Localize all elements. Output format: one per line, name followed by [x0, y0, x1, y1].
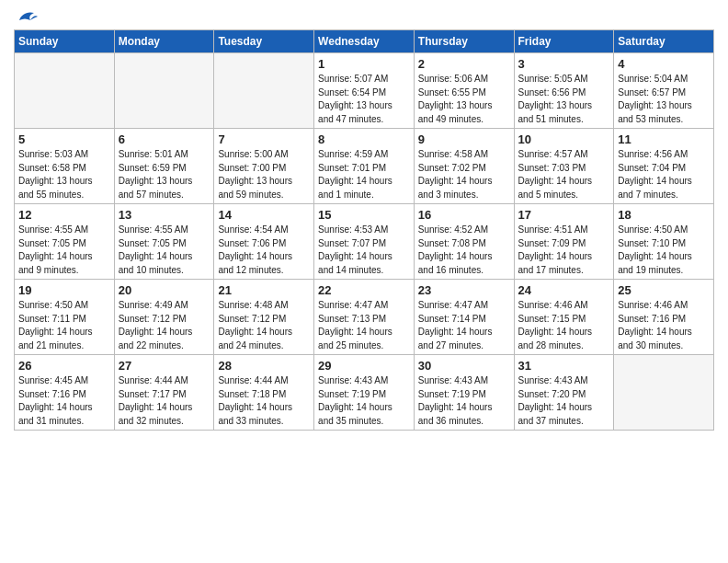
calendar-cell: 25Sunrise: 4:46 AMSunset: 7:16 PMDayligh… — [614, 280, 714, 355]
sunrise-text: Sunrise: 4:51 AM — [518, 224, 588, 235]
weekday-header-tuesday: Tuesday — [214, 30, 314, 53]
weekday-header-friday: Friday — [514, 30, 614, 53]
sunrise-text: Sunrise: 4:43 AM — [318, 375, 388, 385]
day-number: 29 — [318, 359, 410, 373]
sunrise-text: Sunrise: 4:54 AM — [218, 224, 288, 235]
day-number: 17 — [518, 208, 610, 222]
day-number: 13 — [119, 208, 210, 222]
calendar-cell: 18Sunrise: 4:50 AMSunset: 7:10 PMDayligh… — [614, 204, 714, 280]
day-info: Sunrise: 5:07 AMSunset: 6:54 PMDaylight:… — [318, 73, 410, 126]
daylight-text: Daylight: 13 hours — [418, 100, 493, 110]
sunset-text: Sunset: 7:02 PM — [418, 163, 486, 173]
daylight-text: Daylight: 14 hours — [218, 402, 292, 412]
daylight-text: Daylight: 14 hours — [618, 176, 692, 186]
day-info: Sunrise: 4:50 AMSunset: 7:11 PMDaylight:… — [18, 299, 110, 352]
day-info: Sunrise: 4:59 AMSunset: 7:01 PMDaylight:… — [318, 148, 410, 201]
sunset-text: Sunset: 7:04 PM — [618, 163, 686, 173]
calendar-cell: 4Sunrise: 5:04 AMSunset: 6:57 PMDaylight… — [614, 53, 714, 129]
calendar-cell: 16Sunrise: 4:52 AMSunset: 7:08 PMDayligh… — [414, 204, 514, 280]
calendar-cell: 26Sunrise: 4:45 AMSunset: 7:16 PMDayligh… — [15, 355, 115, 431]
day-number: 4 — [618, 57, 710, 71]
sunset-text: Sunset: 7:20 PM — [518, 389, 586, 399]
bird-icon — [17, 9, 38, 26]
daylight-text: and 17 minutes. — [518, 265, 584, 275]
day-info: Sunrise: 4:46 AMSunset: 7:16 PMDaylight:… — [618, 299, 710, 352]
daylight-text: Daylight: 14 hours — [218, 327, 292, 337]
day-info: Sunrise: 4:51 AMSunset: 7:09 PMDaylight:… — [518, 224, 610, 277]
sunset-text: Sunset: 7:12 PM — [218, 314, 286, 324]
daylight-text: Daylight: 14 hours — [618, 327, 692, 337]
sunset-text: Sunset: 7:05 PM — [119, 238, 187, 248]
sunrise-text: Sunrise: 5:05 AM — [518, 74, 588, 84]
sunrise-text: Sunrise: 4:49 AM — [119, 300, 188, 310]
daylight-text: and 14 minutes. — [318, 265, 383, 275]
sunrise-text: Sunrise: 4:50 AM — [618, 224, 688, 235]
day-number: 25 — [618, 283, 710, 297]
calendar-cell: 6Sunrise: 5:01 AMSunset: 6:59 PMDaylight… — [114, 129, 214, 204]
daylight-text: and 1 minute. — [318, 190, 374, 200]
week-row-1: 1Sunrise: 5:07 AMSunset: 6:54 PMDaylight… — [15, 53, 714, 129]
day-info: Sunrise: 4:47 AMSunset: 7:14 PMDaylight:… — [418, 299, 510, 352]
calendar-cell: 22Sunrise: 4:47 AMSunset: 7:13 PMDayligh… — [314, 280, 415, 355]
day-number: 18 — [618, 208, 710, 222]
sunset-text: Sunset: 7:00 PM — [218, 163, 286, 173]
daylight-text: Daylight: 14 hours — [418, 402, 493, 412]
daylight-text: and 30 minutes. — [618, 340, 683, 350]
calendar-cell: 3Sunrise: 5:05 AMSunset: 6:56 PMDaylight… — [514, 53, 614, 129]
calendar-cell: 14Sunrise: 4:54 AMSunset: 7:06 PMDayligh… — [214, 204, 314, 280]
daylight-text: and 9 minutes. — [18, 265, 79, 275]
week-row-5: 26Sunrise: 4:45 AMSunset: 7:16 PMDayligh… — [15, 355, 714, 431]
daylight-text: Daylight: 14 hours — [318, 327, 392, 337]
sunset-text: Sunset: 7:14 PM — [418, 314, 486, 324]
sunrise-text: Sunrise: 4:52 AM — [418, 224, 488, 235]
calendar-cell: 12Sunrise: 4:55 AMSunset: 7:05 PMDayligh… — [15, 204, 115, 280]
sunset-text: Sunset: 7:05 PM — [18, 238, 86, 248]
daylight-text: and 53 minutes. — [618, 114, 683, 124]
daylight-text: and 10 minutes. — [119, 265, 184, 275]
sunset-text: Sunset: 6:55 PM — [418, 87, 486, 98]
daylight-text: and 35 minutes. — [318, 416, 383, 426]
day-info: Sunrise: 4:43 AMSunset: 7:19 PMDaylight:… — [418, 374, 510, 428]
day-number: 19 — [18, 283, 110, 297]
calendar-cell: 30Sunrise: 4:43 AMSunset: 7:19 PMDayligh… — [414, 355, 514, 431]
sunset-text: Sunset: 7:16 PM — [18, 389, 86, 399]
daylight-text: Daylight: 14 hours — [418, 327, 493, 337]
day-number: 9 — [418, 132, 510, 146]
day-number: 2 — [418, 57, 510, 71]
daylight-text: Daylight: 14 hours — [418, 176, 493, 186]
sunset-text: Sunset: 6:59 PM — [119, 163, 187, 173]
sunset-text: Sunset: 7:06 PM — [218, 238, 286, 248]
sunset-text: Sunset: 6:54 PM — [318, 87, 386, 98]
day-number: 27 — [119, 359, 210, 373]
daylight-text: Daylight: 14 hours — [18, 251, 93, 261]
day-number: 22 — [318, 283, 410, 297]
sunset-text: Sunset: 7:10 PM — [618, 238, 686, 248]
day-number: 31 — [518, 359, 610, 373]
sunrise-text: Sunrise: 4:56 AM — [618, 149, 688, 159]
daylight-text: Daylight: 14 hours — [518, 176, 593, 186]
sunset-text: Sunset: 7:13 PM — [318, 314, 386, 324]
sunrise-text: Sunrise: 4:59 AM — [318, 149, 388, 159]
sunset-text: Sunset: 7:11 PM — [18, 314, 86, 324]
day-number: 21 — [218, 283, 310, 297]
daylight-text: and 36 minutes. — [418, 416, 483, 426]
calendar-cell: 1Sunrise: 5:07 AMSunset: 6:54 PMDaylight… — [314, 53, 415, 129]
day-info: Sunrise: 4:54 AMSunset: 7:06 PMDaylight:… — [218, 224, 310, 277]
sunset-text: Sunset: 7:01 PM — [318, 163, 386, 173]
calendar-cell: 11Sunrise: 4:56 AMSunset: 7:04 PMDayligh… — [614, 129, 714, 204]
daylight-text: and 3 minutes. — [418, 190, 479, 200]
sunrise-text: Sunrise: 5:00 AM — [218, 149, 288, 159]
sunrise-text: Sunrise: 5:03 AM — [18, 149, 88, 159]
weekday-header-saturday: Saturday — [614, 30, 714, 53]
sunset-text: Sunset: 7:17 PM — [119, 389, 187, 399]
daylight-text: Daylight: 13 hours — [218, 176, 292, 186]
weekday-header-monday: Monday — [114, 30, 214, 53]
calendar-cell: 17Sunrise: 4:51 AMSunset: 7:09 PMDayligh… — [514, 204, 614, 280]
day-number: 15 — [318, 208, 410, 222]
calendar-cell: 24Sunrise: 4:46 AMSunset: 7:15 PMDayligh… — [514, 280, 614, 355]
daylight-text: and 37 minutes. — [518, 416, 584, 426]
sunset-text: Sunset: 6:58 PM — [18, 163, 86, 173]
calendar-cell: 21Sunrise: 4:48 AMSunset: 7:12 PMDayligh… — [214, 280, 314, 355]
daylight-text: and 25 minutes. — [318, 340, 383, 350]
day-number: 11 — [618, 132, 710, 146]
